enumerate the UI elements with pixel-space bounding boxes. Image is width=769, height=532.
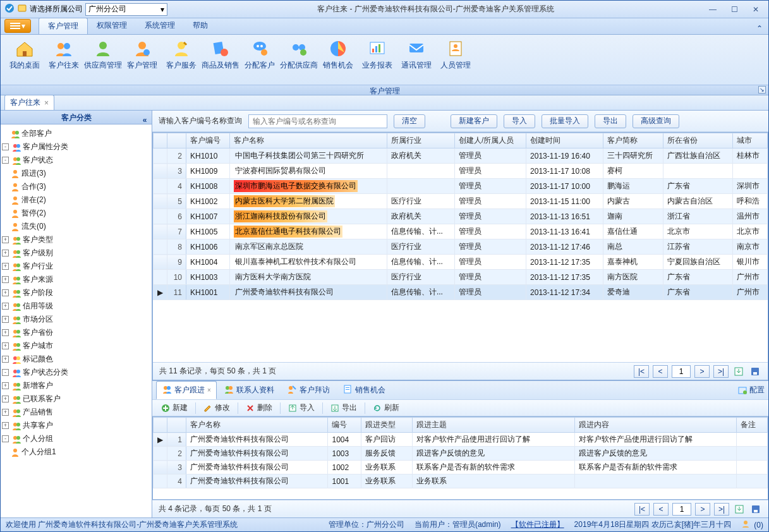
tree-toggle-icon[interactable]: - <box>2 157 9 164</box>
ribbon-help-icon[interactable]: ⌃ <box>751 23 768 34</box>
grid-column-header[interactable]: 创建时间 <box>526 133 603 148</box>
grid-column-header[interactable]: 编号 <box>328 418 361 433</box>
pager-first-button[interactable]: |< <box>634 365 649 378</box>
detail-tab-close-icon[interactable]: × <box>207 387 211 394</box>
grid-column-header[interactable]: 客户编号 <box>186 133 230 148</box>
ribbon-group-expand-icon[interactable]: ↘ <box>758 86 766 94</box>
tree-toggle-icon[interactable]: + <box>2 303 9 310</box>
table-row[interactable]: 2广州爱奇迪软件科技有限公司1003服务反馈跟进客户反馈的意见跟进客户反馈的意见 <box>154 447 768 461</box>
toolbar-refresh-button[interactable]: 刷新 <box>369 401 403 414</box>
tree-node[interactable]: -客户属性分类 <box>2 141 150 153</box>
tree-node[interactable]: +已联系客户 <box>2 393 150 405</box>
grid-column-header[interactable]: 所属行业 <box>387 133 454 148</box>
table-row[interactable]: ▶1广州爱奇迪软件科技有限公司1004客户回访对客户软件产品使用进行回访了解对客… <box>154 433 768 447</box>
ribbon-item[interactable]: 通讯管理 <box>399 37 434 72</box>
import-button[interactable]: 导入 <box>504 114 535 128</box>
status-registration-link[interactable]: 【软件已注册】 <box>511 519 564 530</box>
pager-save-icon[interactable] <box>749 365 761 378</box>
tree-node[interactable]: +客户行业 <box>2 260 150 272</box>
tree-node[interactable]: 全部客户 <box>2 128 150 140</box>
tree-toggle-icon[interactable]: + <box>2 396 9 402</box>
grid-column-header[interactable]: 跟进内容 <box>574 418 736 433</box>
tree-toggle-icon[interactable]: + <box>2 382 9 389</box>
followup-pager-prev-button[interactable]: < <box>653 503 669 516</box>
detail-tab[interactable]: 联系人资料 <box>218 381 280 399</box>
ribbon-item[interactable]: 客户管理 <box>124 37 160 72</box>
minimize-button[interactable]: — <box>704 4 722 15</box>
tree-node[interactable]: 跟进(3) <box>2 167 150 179</box>
table-row[interactable]: 9KH1004银川嘉泰神机工程软件技术有限公司信息传输、计...管理员2013-… <box>154 255 768 270</box>
pager-last-button[interactable]: >| <box>713 365 729 378</box>
detail-config-button[interactable]: 配置 <box>738 385 765 396</box>
tree-node[interactable]: 潜在(2) <box>2 194 150 206</box>
tree-toggle-icon[interactable]: - <box>2 369 9 376</box>
table-row[interactable]: 6KH1007浙江迦南科技股份有限公司政府机关管理员2013-11-13 16:… <box>154 209 768 224</box>
ribbon-item[interactable]: 人员管理 <box>438 37 473 72</box>
tree-node[interactable]: -客户状态分类 <box>2 366 150 378</box>
grid-column-header[interactable]: 跟进主题 <box>413 418 574 433</box>
table-row[interactable]: 2KH1010中国电子科技集团公司第三十四研究所政府机关管理员2013-11-1… <box>154 148 768 164</box>
grid-column-header[interactable]: 客户名称 <box>186 418 328 433</box>
table-row[interactable]: 10KH1003南方医科大学南方医院医疗行业管理员2013-11-12 17:3… <box>154 270 768 285</box>
ribbon-item[interactable]: 业务报表 <box>360 37 395 72</box>
detail-tab[interactable]: 客户拜访 <box>281 381 336 399</box>
followup-grid[interactable]: 客户名称编号跟进类型跟进主题跟进内容备注 ▶1广州爱奇迪软件科技有限公司1004… <box>153 417 768 488</box>
followup-pager-first-button[interactable]: |< <box>634 503 650 516</box>
table-row[interactable]: 3KH1009宁波赛柯国际贸易有限公司管理员2013-11-17 10:08赛柯 <box>154 164 768 179</box>
grid-column-header[interactable]: 跟进类型 <box>361 418 413 433</box>
followup-pager-last-button[interactable]: >| <box>714 503 729 516</box>
ribbon-item[interactable]: 供应商管理 <box>85 37 121 72</box>
table-row[interactable]: 7KH1005北京嘉信仕通电子科技有限公司信息传输、计...管理员2013-11… <box>154 224 768 239</box>
tree-node[interactable]: +客户类型 <box>2 234 150 246</box>
table-row[interactable]: 4广州爱奇迪软件科技有限公司1001业务联系业务联系 <box>154 475 768 488</box>
tree-toggle-icon[interactable]: + <box>2 289 9 296</box>
ribbon-item[interactable]: 销售机会 <box>320 37 356 72</box>
advanced-query-button[interactable]: 高级查询 <box>633 114 679 128</box>
tree-toggle-icon[interactable]: + <box>2 316 9 323</box>
ribbon-tab[interactable]: 帮助 <box>184 18 217 34</box>
tree-toggle-icon[interactable]: + <box>2 276 9 283</box>
close-button[interactable]: ✕ <box>747 4 765 15</box>
followup-pager-next-button[interactable]: > <box>695 503 710 516</box>
grid-column-header[interactable]: 城市 <box>732 133 767 148</box>
clear-button[interactable]: 清空 <box>394 114 425 128</box>
grid-column-header[interactable]: 所在省份 <box>663 133 732 148</box>
tree-node[interactable]: +标记颜色 <box>2 353 150 365</box>
toolbar-import-button[interactable]: 导入 <box>284 401 318 414</box>
customer-grid[interactable]: 客户编号客户名称所属行业创建人/所属人员创建时间客户简称所在省份城市 2KH10… <box>153 133 768 300</box>
grid-column-header[interactable]: 创建人/所属人员 <box>454 133 526 148</box>
tree-node[interactable]: -个人分组 <box>2 433 150 445</box>
tree-node[interactable]: +客户省份 <box>2 327 150 339</box>
toolbar-delete-button[interactable]: 删除 <box>242 401 276 414</box>
tree-toggle-icon[interactable]: + <box>2 236 9 243</box>
tree-toggle-icon[interactable]: - <box>2 143 9 150</box>
table-row[interactable]: 4KH1008深圳市鹏海运电子数据交换有限公司管理员2013-11-17 10:… <box>154 179 768 194</box>
doc-tab-close-icon[interactable]: × <box>44 99 49 107</box>
ribbon-tab[interactable]: 系统管理 <box>136 18 184 34</box>
tree-toggle-icon[interactable]: + <box>2 329 9 336</box>
toolbar-edit-button[interactable]: 修改 <box>200 401 234 414</box>
tree-node[interactable]: +信用等级 <box>2 300 150 312</box>
grid-column-header[interactable]: 客户名称 <box>229 133 387 148</box>
maximize-button[interactable]: ☐ <box>725 4 743 15</box>
ribbon-item[interactable]: 商品及销售 <box>203 37 238 72</box>
grid-column-header[interactable]: 客户简称 <box>603 133 663 148</box>
tree-node[interactable]: 流失(0) <box>2 221 150 233</box>
tree-node[interactable]: +客户城市 <box>2 340 150 352</box>
tree-node[interactable]: +客户级别 <box>2 247 150 259</box>
pager-next-button[interactable]: > <box>694 365 710 378</box>
ribbon-item[interactable]: 我的桌面 <box>7 37 42 72</box>
table-row[interactable]: ▶11KH1001广州爱奇迪软件科技有限公司信息传输、计...管理员2013-1… <box>154 285 768 300</box>
pager-export-icon[interactable] <box>732 365 745 378</box>
tree-toggle-icon[interactable]: + <box>2 250 9 257</box>
tree-toggle-icon[interactable]: - <box>2 435 9 442</box>
tree-node[interactable]: -客户状态 <box>2 154 150 166</box>
tree-toggle-icon[interactable]: + <box>2 263 9 270</box>
tree-node[interactable]: +市场分区 <box>2 313 150 325</box>
tree-toggle-icon[interactable]: + <box>2 409 9 416</box>
doc-tab-customer-transactions[interactable]: 客户往来 × <box>4 95 54 110</box>
ribbon-item[interactable]: 客户服务 <box>164 37 199 72</box>
detail-tab[interactable]: 客户跟进× <box>156 381 217 399</box>
tree-node[interactable]: +客户阶段 <box>2 287 150 299</box>
ribbon-item[interactable]: 客户往来 <box>46 37 82 72</box>
